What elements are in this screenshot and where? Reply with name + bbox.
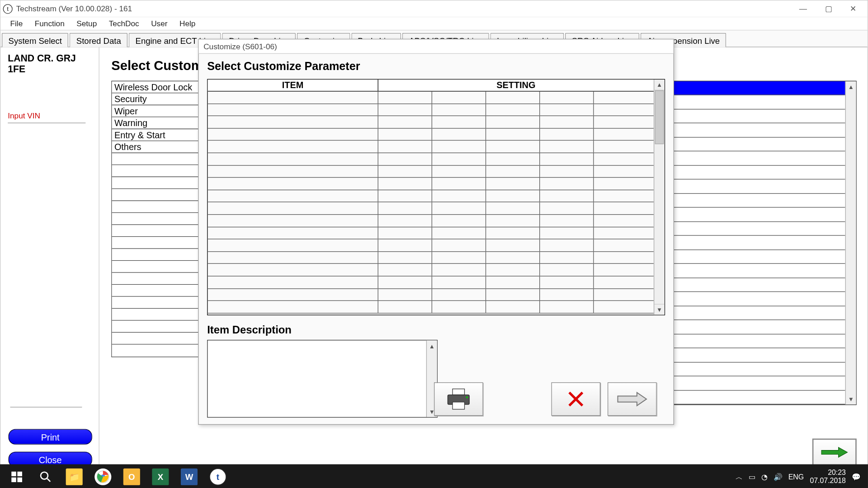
language-indicator[interactable]: ENG [788, 473, 804, 481]
start-button[interactable] [2, 465, 31, 488]
window-minimize-button[interactable]: — [796, 3, 811, 14]
category-wireless-door-lock[interactable]: Wireless Door Lock [112, 81, 201, 93]
column-header-item[interactable]: ITEM [208, 80, 378, 91]
grid-row[interactable] [208, 190, 653, 202]
category-empty [112, 249, 201, 261]
grid-row[interactable] [208, 128, 653, 141]
scroll-thumb[interactable] [655, 90, 664, 144]
item-description-text [208, 340, 426, 417]
tab-system-select[interactable]: System Select [2, 33, 69, 47]
grid-row[interactable] [208, 92, 653, 104]
grid-row[interactable] [208, 301, 653, 313]
tray-chevron-icon[interactable]: ︿ [736, 472, 743, 482]
scroll-down-icon[interactable]: ▼ [846, 394, 856, 404]
explorer-button[interactable]: 📁 [60, 465, 89, 488]
scroll-up-icon[interactable]: ▲ [654, 80, 665, 90]
grid-row[interactable] [672, 208, 845, 222]
grid-row[interactable] [672, 180, 845, 194]
menu-help[interactable]: Help [174, 18, 202, 29]
grid-row[interactable] [672, 166, 845, 180]
grid-row[interactable] [672, 95, 845, 109]
scroll-up-icon[interactable]: ▲ [427, 340, 437, 351]
grid-scrollbar[interactable]: ▲ ▼ [654, 80, 665, 314]
window-close-button[interactable]: ✕ [846, 3, 860, 14]
grid-row[interactable] [672, 137, 845, 151]
menu-techdoc[interactable]: TechDoc [103, 18, 145, 29]
excel-button[interactable]: X [146, 465, 175, 488]
category-empty [112, 225, 201, 237]
notifications-icon[interactable]: 💬 [852, 473, 861, 481]
category-others[interactable]: Others [112, 141, 201, 153]
grid-row[interactable] [208, 141, 653, 153]
wifi-icon[interactable]: ◔ [761, 473, 767, 481]
windows-icon [11, 471, 22, 482]
category-security[interactable]: Security [112, 94, 201, 105]
svg-marker-7 [618, 393, 646, 406]
grid-row[interactable] [672, 320, 845, 334]
grid-row[interactable] [672, 348, 845, 362]
grid-row[interactable] [208, 252, 653, 264]
scrollbar-vertical[interactable]: ▲ ▼ [845, 81, 856, 404]
grid-row[interactable] [672, 362, 845, 376]
scroll-up-icon[interactable]: ▲ [846, 81, 856, 92]
grid-row[interactable] [208, 264, 653, 276]
grid-row[interactable] [208, 116, 653, 128]
grid-row[interactable] [672, 306, 845, 320]
outlook-button[interactable]: O [118, 465, 146, 488]
grid-row-selected[interactable] [672, 81, 845, 95]
svg-rect-11 [17, 478, 22, 483]
menu-file[interactable]: File [4, 18, 28, 29]
grid-row[interactable] [208, 239, 653, 252]
menu-setup[interactable]: Setup [71, 18, 103, 29]
grid-row[interactable] [672, 292, 845, 306]
grid-row[interactable] [672, 222, 845, 236]
grid-row[interactable] [208, 289, 653, 301]
volume-icon[interactable]: 🔊 [774, 473, 783, 481]
dialog-next-button[interactable] [608, 382, 657, 416]
grid-row[interactable] [208, 202, 653, 215]
column-header-setting[interactable]: SETTING [378, 80, 654, 91]
dialog-cancel-button[interactable] [551, 382, 600, 416]
chrome-button[interactable] [89, 465, 118, 488]
dialog-print-button[interactable] [434, 382, 483, 416]
word-button[interactable]: W [175, 465, 204, 488]
grid-row[interactable] [208, 178, 653, 190]
tab-stored-data[interactable]: Stored Data [70, 33, 127, 47]
grid-row[interactable] [208, 215, 653, 227]
grid-row[interactable] [672, 194, 845, 208]
grid-row[interactable] [672, 123, 845, 137]
grid-row[interactable] [208, 277, 653, 289]
techstream-task-button[interactable]: t [203, 465, 232, 488]
grid-row[interactable] [672, 264, 845, 278]
next-main-button[interactable] [812, 439, 857, 466]
grid-row[interactable] [672, 109, 845, 123]
category-wiper[interactable]: Wiper [112, 105, 201, 117]
grid-row[interactable] [672, 376, 845, 390]
clock[interactable]: 20:23 07.07.2018 [810, 469, 846, 485]
search-button[interactable] [31, 465, 60, 488]
print-button[interactable]: Print [9, 429, 92, 444]
grid-row[interactable] [672, 250, 845, 264]
windows-taskbar: 📁 O X W t ︿ ▭ ◔ 🔊 ENG 20:23 07.07.2018 💬 [0, 465, 868, 488]
scroll-down-icon[interactable]: ▼ [654, 304, 665, 315]
grid-row[interactable] [672, 390, 845, 404]
category-entry-start[interactable]: Entry & Start [112, 129, 201, 141]
grid-row[interactable] [672, 334, 845, 348]
dialog-heading: Select Customize Parameter [207, 60, 665, 73]
category-warning[interactable]: Warning [112, 117, 201, 129]
grid-row[interactable] [208, 165, 653, 178]
grid-row[interactable] [672, 152, 845, 166]
menu-user[interactable]: User [145, 18, 174, 29]
svg-rect-8 [11, 471, 16, 476]
vin-input-line[interactable] [8, 122, 85, 123]
grid-row[interactable] [672, 278, 845, 292]
grid-row[interactable] [208, 104, 653, 116]
category-empty [112, 333, 201, 344]
battery-icon[interactable]: ▭ [749, 473, 755, 481]
grid-row[interactable] [672, 236, 845, 250]
input-vin-link[interactable]: Input VIN [8, 111, 93, 120]
grid-row[interactable] [208, 153, 653, 165]
grid-row[interactable] [208, 227, 653, 239]
window-maximize-button[interactable]: ▢ [821, 3, 836, 14]
menu-function[interactable]: Function [28, 18, 71, 29]
